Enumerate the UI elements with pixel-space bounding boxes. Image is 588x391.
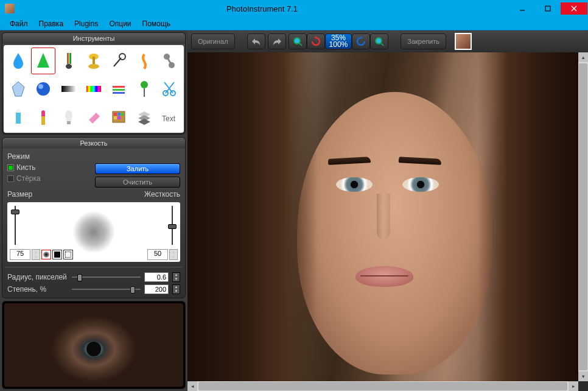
tool-glue[interactable] [6,104,30,130]
tool-dodge[interactable] [107,48,131,74]
menu-edit[interactable]: Правка [34,18,69,29]
menubar: Файл Правка Plugins Опции Помощь [0,17,588,30]
menu-help[interactable]: Помощь [138,18,175,29]
rotate-right-button[interactable] [352,33,370,49]
svg-rect-36 [121,113,124,116]
canvas-image[interactable] [187,52,578,381]
tool-clone-stamp[interactable] [82,48,105,74]
svg-rect-32 [67,121,71,124]
svg-rect-37 [114,116,117,119]
tool-warp[interactable] [132,48,156,74]
original-button[interactable]: Оригинал [191,33,235,49]
tool-layers[interactable] [132,104,156,130]
tool-liquify[interactable] [158,48,181,74]
tool-eraser[interactable] [82,104,105,130]
size-input[interactable]: 75 [10,249,30,260]
tool-hue[interactable] [82,76,105,102]
tool-color-ball[interactable] [31,76,55,102]
tool-water-drop[interactable] [6,48,30,74]
svg-point-16 [37,82,50,96]
scroll-right-icon[interactable]: ▸ [569,381,578,391]
size-slider[interactable] [11,206,19,245]
redo-button[interactable] [268,33,286,49]
maximize-button[interactable] [535,2,561,15]
vertical-scrollbar[interactable]: ▴ ▾ [578,52,588,381]
document-thumbnail[interactable] [455,33,472,50]
left-panel: Инструменты [0,30,187,391]
svg-rect-29 [16,113,21,124]
svg-line-28 [164,82,173,93]
radius-label: Радиус, пикселей [7,273,68,281]
tool-gradient[interactable] [57,76,80,102]
svg-rect-5 [69,53,71,64]
radius-spinner[interactable]: ▲▼ [172,272,180,282]
hardness-input[interactable]: 50 [147,249,168,260]
scroll-up-icon[interactable]: ▴ [578,52,588,62]
tool-bulb[interactable] [57,104,80,130]
shape-dotted[interactable] [63,250,73,259]
canvas-area: Оригинал 35% 100% Закрепить [187,30,588,391]
brush-mode-label: Кисть [16,163,35,172]
scroll-thumb-h[interactable] [198,382,567,390]
svg-rect-21 [113,89,125,91]
tool-pin[interactable] [132,76,156,102]
shape-circle-soft[interactable] [41,250,51,259]
close-button[interactable] [561,2,587,15]
strength-input[interactable]: 200 [144,284,169,294]
clear-button[interactable]: Очистить [95,177,180,188]
radius-slider[interactable] [72,273,141,281]
strength-spinner[interactable]: ▲▼ [172,284,180,294]
horizontal-scrollbar[interactable]: ◂ ▸ [187,381,578,391]
shape-square[interactable] [52,250,62,259]
svg-text:Text: Text [162,114,176,123]
minimize-button[interactable] [509,2,535,15]
svg-marker-41 [138,119,150,125]
zoom-display[interactable]: 35% 100% [325,33,352,49]
zoom-out-button[interactable] [289,33,307,49]
tool-text[interactable]: Text [158,104,181,130]
svg-point-23 [141,81,148,88]
menu-file[interactable]: Файл [5,18,33,29]
tool-crystal[interactable] [6,76,30,102]
tool-brush[interactable] [57,48,80,74]
menu-plugins[interactable]: Plugins [69,18,103,29]
canvas-viewport[interactable]: ▴ ▾ ◂ ▸ [187,52,588,391]
canvas-toolbar: Оригинал 35% 100% Закрепить [187,30,588,52]
tools-header: Инструменты [2,33,185,44]
svg-point-49 [376,38,381,43]
fill-button[interactable]: Залить [95,163,180,174]
app-body: Инструменты [0,30,588,391]
rotate-button[interactable] [307,33,325,49]
tool-mosaic[interactable] [107,104,131,130]
svg-point-17 [38,84,43,89]
tool-scissors[interactable] [158,76,181,102]
window-controls [509,2,587,15]
brush-mode-checkbox[interactable]: Кисть [7,163,89,172]
app-icon [5,4,15,13]
zoom-in-button[interactable] [370,33,388,49]
svg-rect-8 [93,57,95,64]
tool-lipstick[interactable] [31,104,55,130]
undo-button[interactable] [247,33,265,49]
tool-levels[interactable] [107,76,131,102]
svg-point-44 [295,38,299,43]
svg-marker-46 [314,36,318,38]
svg-rect-1 [545,6,550,11]
scroll-down-icon[interactable]: ▾ [578,372,588,381]
scroll-thumb-v[interactable] [579,63,587,370]
scroll-left-icon[interactable]: ◂ [187,381,197,391]
svg-rect-4 [67,53,69,64]
hardness-spinner[interactable]: ▲▼ [169,249,178,260]
hardness-label: Жесткость [144,190,180,199]
hardness-slider[interactable] [168,206,177,245]
svg-marker-30 [16,109,21,113]
zoom-cluster: 35% 100% [289,33,389,49]
eraser-mode-checkbox[interactable]: Стёрка [7,174,89,183]
menu-options[interactable]: Опции [104,18,136,29]
tool-sharpen[interactable] [31,48,55,74]
mode-label: Режим [7,152,89,161]
size-spinner[interactable]: ▲▼ [32,249,40,260]
radius-input[interactable]: 0.6 [144,272,169,282]
pin-button[interactable]: Закрепить [401,33,446,49]
strength-slider[interactable] [72,285,141,294]
